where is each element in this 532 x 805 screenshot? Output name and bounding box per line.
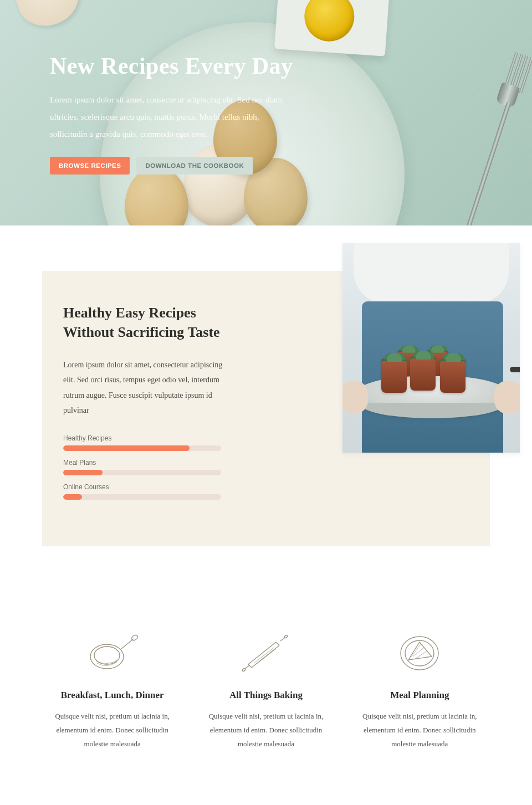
svg-point-4 <box>284 635 288 639</box>
svg-point-3 <box>242 668 245 672</box>
download-cookbook-button[interactable]: DOWNLOAD THE COOKBOOK <box>136 157 253 175</box>
progress-bar-online-courses: Online Courses <box>63 483 221 500</box>
feature-description: Quisque velit nisi, pretium ut lacinia i… <box>49 710 176 751</box>
bar-track <box>63 445 221 451</box>
bar-track <box>63 494 221 500</box>
feature-title: Meal Planning <box>350 690 490 701</box>
feature-all-things-baking: All Things Baking Quisque velit nisi, pr… <box>196 632 336 751</box>
hero-description: Lorem ipsum dolor sit amet, consectetur … <box>50 91 288 142</box>
intro-card: Healthy Easy Recipes Without Sacrificing… <box>42 271 490 546</box>
hero-title: New Recipes Every Day <box>50 53 299 79</box>
feature-breakfast-lunch-dinner: Breakfast, Lunch, Dinner Quisque velit n… <box>42 632 182 751</box>
svg-point-6 <box>405 640 434 666</box>
feature-title: Breakfast, Lunch, Dinner <box>42 690 182 701</box>
feature-description: Quisque velit nisi, pretium ut lacinia i… <box>202 710 330 751</box>
browse-recipes-button[interactable]: BROWSE RECIPES <box>50 157 130 175</box>
bar-fill <box>63 470 103 475</box>
progress-bar-meal-plans: Meal Plans <box>63 459 221 475</box>
bar-fill <box>63 445 190 451</box>
intro-section: Healthy Easy Recipes Without Sacrificing… <box>0 225 532 546</box>
features-section: Breakfast, Lunch, Dinner Quisque velit n… <box>0 546 532 784</box>
intro-title: Healthy Easy Recipes Without Sacrificing… <box>63 303 246 342</box>
hero-buttons: BROWSE RECIPES DOWNLOAD THE COOKBOOK <box>50 157 299 175</box>
fork-graphic <box>461 53 530 225</box>
bar-label: Meal Plans <box>63 459 221 466</box>
progress-bar-healthy-recipes: Healthy Recipes <box>63 434 221 451</box>
crepe-plate-icon <box>392 632 447 674</box>
rolling-pin-icon <box>238 632 294 674</box>
frying-pan-icon <box>85 632 140 674</box>
bar-label: Healthy Recipes <box>63 434 221 442</box>
feature-meal-planning: Meal Planning Quisque velit nisi, pretiu… <box>350 632 490 751</box>
svg-point-0 <box>90 644 124 669</box>
intro-image <box>342 243 520 453</box>
bar-track <box>63 470 221 475</box>
feature-description: Quisque velit nisi, pretium ut lacinia i… <box>356 710 483 751</box>
feature-title: All Things Baking <box>196 690 336 701</box>
svg-point-1 <box>94 647 120 664</box>
hero-section: New Recipes Every Day Lorem ipsum dolor … <box>0 0 532 225</box>
bar-fill <box>63 494 82 500</box>
progress-bars: Healthy Recipes Meal Plans Online Course… <box>63 434 221 500</box>
bar-label: Online Courses <box>63 483 221 491</box>
intro-description: Lorem ipsum dolor sit amet, consectetur … <box>63 357 235 418</box>
